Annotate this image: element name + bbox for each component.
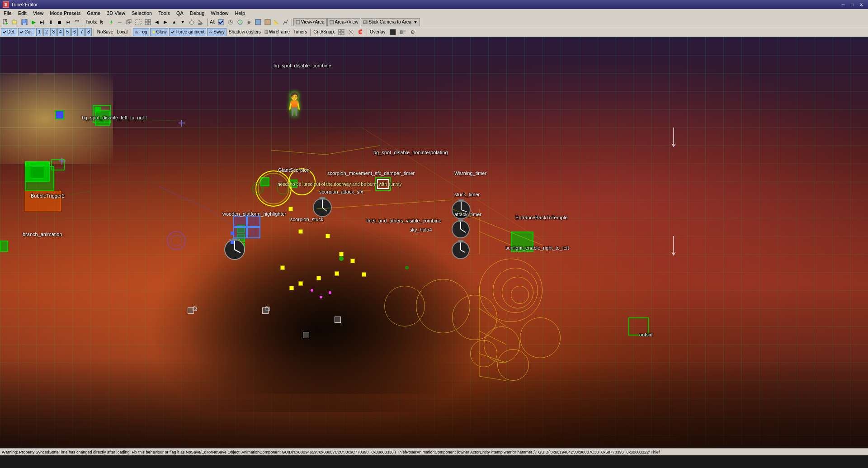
svg-rect-13 bbox=[148, 19, 151, 22]
menu-3d-view[interactable]: 3D View bbox=[104, 10, 128, 16]
layer-8[interactable]: 8 bbox=[85, 28, 92, 36]
rewind-button[interactable]: ⏮ bbox=[64, 18, 72, 26]
new-button[interactable] bbox=[1, 18, 10, 26]
move-up[interactable]: ▲ bbox=[170, 18, 178, 26]
save-button[interactable] bbox=[20, 18, 29, 26]
layer-7[interactable]: 7 bbox=[79, 28, 85, 36]
move-left[interactable]: ◀ bbox=[153, 18, 161, 26]
overlay-btn1[interactable] bbox=[388, 28, 397, 36]
icon-btn2[interactable] bbox=[226, 18, 235, 26]
menu-game[interactable]: Game bbox=[84, 10, 103, 16]
move-down[interactable]: ▼ bbox=[179, 18, 187, 26]
timers-toggle[interactable]: Timers bbox=[292, 28, 308, 36]
svg-point-25 bbox=[238, 20, 242, 24]
title-bar: E Trine2Editor ─ □ ✕ bbox=[0, 0, 868, 9]
menu-file[interactable]: File bbox=[1, 10, 14, 16]
svg-rect-47 bbox=[400, 31, 402, 33]
menu-edit[interactable]: Edit bbox=[15, 10, 29, 16]
check-icon1[interactable] bbox=[217, 18, 226, 26]
layer-coll[interactable]: Coll. bbox=[18, 28, 35, 36]
icon-btn3[interactable] bbox=[236, 18, 245, 26]
icon-btn7[interactable]: 📐 bbox=[273, 18, 281, 26]
cut-tool[interactable] bbox=[197, 18, 206, 26]
fog-toggle[interactable]: Fog bbox=[133, 28, 149, 36]
shadow-casters-toggle[interactable]: Shadow casters bbox=[227, 28, 262, 36]
layer-3[interactable]: 3 bbox=[50, 28, 57, 36]
icon-btn8[interactable] bbox=[281, 18, 290, 26]
cube-marker-2 bbox=[262, 307, 269, 314]
stop-button[interactable]: ⏹ bbox=[55, 18, 63, 26]
overlay-btn2[interactable] bbox=[398, 28, 407, 36]
menu-qa[interactable]: QA bbox=[174, 10, 186, 16]
menu-selection[interactable]: Selection bbox=[129, 10, 155, 16]
actor-box-edge bbox=[55, 110, 64, 119]
force-ambient-toggle[interactable]: Force ambient bbox=[169, 28, 206, 36]
icon-btn4[interactable]: ⊕ bbox=[245, 18, 253, 26]
local-toggle[interactable]: Local bbox=[115, 28, 129, 36]
remove-tool[interactable] bbox=[116, 18, 124, 26]
menu-help[interactable]: Help bbox=[232, 10, 248, 16]
view-area-button[interactable]: View->Area bbox=[293, 18, 327, 26]
svg-point-52 bbox=[412, 32, 413, 33]
svg-rect-27 bbox=[265, 19, 270, 25]
toolbar-2: Def. Coll. 1 2 3 4 5 6 7 8 NoSave Local … bbox=[0, 27, 868, 37]
trigger-circle-2 bbox=[258, 173, 289, 204]
icon-btn6[interactable] bbox=[263, 18, 272, 26]
box-select[interactable] bbox=[134, 18, 143, 26]
timer-svg-2 bbox=[309, 193, 336, 220]
select-tool[interactable] bbox=[99, 18, 107, 26]
icon-btn5[interactable] bbox=[254, 18, 263, 26]
green-box-filled-1 bbox=[95, 110, 110, 126]
menu-tools[interactable]: Tools bbox=[156, 10, 173, 16]
stick-camera-dropdown[interactable]: ▼ bbox=[413, 19, 418, 24]
run-button[interactable]: ▶ bbox=[29, 18, 38, 26]
grid-snap-btn2[interactable] bbox=[347, 28, 356, 36]
menu-window[interactable]: Window bbox=[208, 10, 231, 16]
svg-rect-41 bbox=[342, 29, 344, 32]
move-right[interactable]: ▶ bbox=[161, 18, 170, 26]
reload-button[interactable] bbox=[72, 18, 81, 26]
minimize-button[interactable]: ─ bbox=[839, 1, 847, 8]
layer-1[interactable]: 1 bbox=[36, 28, 42, 36]
layer-6[interactable]: 6 bbox=[71, 28, 78, 36]
sway-toggle[interactable]: Sway bbox=[207, 28, 226, 36]
svg-line-58 bbox=[229, 239, 232, 240]
area-view-button[interactable]: Area->View bbox=[327, 18, 361, 26]
green-box-5 bbox=[511, 232, 533, 252]
viewport[interactable]: 🧍 bbox=[0, 37, 868, 448]
green-box-edge bbox=[0, 241, 8, 252]
menu-mode-presets[interactable]: Mode Presets bbox=[47, 10, 83, 16]
svg-marker-7 bbox=[100, 20, 104, 24]
node-9 bbox=[316, 276, 321, 280]
stick-camera-button[interactable]: Stick Camera to Area ▼ bbox=[361, 18, 420, 26]
step-button[interactable]: ▶| bbox=[38, 18, 46, 26]
cube-marker-4 bbox=[335, 317, 341, 323]
overlay-settings-btn[interactable] bbox=[408, 28, 417, 36]
grid4[interactable] bbox=[143, 18, 152, 26]
grid-magnet-btn[interactable]: 🧲 bbox=[357, 28, 365, 36]
layer-5[interactable]: 5 bbox=[65, 28, 71, 36]
layer-2[interactable]: 2 bbox=[43, 28, 50, 36]
view-area-label: View->Area bbox=[301, 19, 325, 24]
menu-debug[interactable]: Debug bbox=[187, 10, 207, 16]
svg-rect-6 bbox=[23, 23, 26, 25]
nosave-toggle[interactable]: NoSave bbox=[96, 28, 115, 36]
lasso-tool[interactable] bbox=[187, 18, 196, 26]
stick-camera-label: Stick Camera to Area bbox=[368, 19, 411, 24]
glow-toggle[interactable]: Glow bbox=[150, 28, 169, 36]
layer-4[interactable]: 4 bbox=[57, 28, 64, 36]
sep-t2-2 bbox=[131, 28, 131, 36]
open-button[interactable] bbox=[10, 18, 19, 26]
add-tool[interactable]: + bbox=[107, 18, 115, 26]
close-button[interactable]: ✕ bbox=[857, 1, 865, 8]
wireframe-toggle[interactable]: Wireframe bbox=[263, 28, 291, 36]
node-3 bbox=[326, 234, 330, 238]
svg-line-59 bbox=[238, 239, 240, 240]
maximize-button[interactable]: □ bbox=[848, 1, 856, 8]
duplicate-tool[interactable] bbox=[124, 18, 133, 26]
pause-button[interactable]: ⏸ bbox=[47, 18, 55, 26]
svg-rect-28 bbox=[296, 20, 300, 24]
grid-snap-btn1[interactable] bbox=[337, 28, 346, 36]
layer-def[interactable]: Def. bbox=[1, 28, 17, 36]
menu-view[interactable]: View bbox=[30, 10, 47, 16]
